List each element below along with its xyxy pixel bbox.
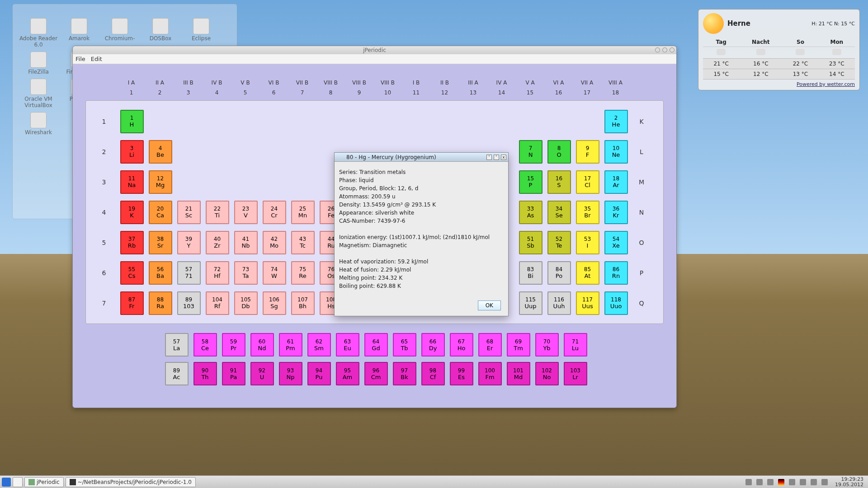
element-cell[interactable]: 105Db	[234, 291, 258, 315]
element-cell[interactable]: 117Uus	[576, 291, 599, 315]
element-cell[interactable]: 23V	[234, 201, 258, 224]
element-cell[interactable]: 56Ba	[149, 261, 172, 285]
element-cell[interactable]: 101Md	[507, 362, 530, 385]
menu-file[interactable]: File	[75, 56, 85, 62]
element-cell[interactable]: 74W	[263, 261, 286, 285]
element-cell[interactable]: 91Pa	[222, 362, 245, 385]
element-cell[interactable]: 55Cs	[120, 261, 144, 285]
element-cell[interactable]: 92U	[250, 362, 274, 385]
minimize-icon[interactable]	[655, 47, 660, 52]
close-icon[interactable]	[670, 47, 675, 52]
element-cell[interactable]: 59Pr	[222, 333, 245, 357]
tray-icon[interactable]	[767, 479, 774, 485]
element-cell[interactable]: 65Tb	[393, 333, 416, 357]
element-cell[interactable]: 52Te	[547, 231, 571, 254]
dialog-min-icon[interactable]: ˅	[486, 155, 492, 160]
element-cell[interactable]: 93Np	[279, 362, 302, 385]
element-cell[interactable]: 54Xe	[604, 231, 628, 254]
element-cell[interactable]: 71Lu	[564, 333, 587, 357]
element-cell[interactable]: 39Y	[177, 231, 201, 254]
element-cell[interactable]: 87Fr	[120, 291, 144, 315]
element-cell[interactable]: 115Uup	[519, 291, 542, 315]
element-cell[interactable]: 70Yb	[535, 333, 559, 357]
element-cell[interactable]: 12Mg	[149, 170, 172, 194]
element-cell[interactable]: 53I	[576, 231, 599, 254]
element-cell[interactable]: 11Na	[120, 170, 144, 194]
element-cell[interactable]: 107Bh	[291, 291, 315, 315]
element-cell[interactable]: 67Ho	[450, 333, 473, 357]
element-cell[interactable]: 104Rf	[206, 291, 229, 315]
element-cell[interactable]: 3Li	[120, 140, 144, 164]
menu-edit[interactable]: Edit	[91, 56, 102, 62]
element-cell[interactable]: 19K	[120, 201, 144, 224]
element-cell[interactable]: 83Bi	[519, 261, 542, 285]
element-cell[interactable]: 38Sr	[149, 231, 172, 254]
element-cell[interactable]: 40Zr	[206, 231, 229, 254]
element-cell[interactable]: 57La	[165, 333, 189, 357]
element-cell[interactable]: 96Cm	[364, 362, 388, 385]
element-cell[interactable]: 89Ac	[165, 362, 189, 385]
element-cell[interactable]: 106Sg	[263, 291, 286, 315]
dialog-max-icon[interactable]: ˄	[494, 155, 499, 160]
element-cell[interactable]: 43Tc	[291, 231, 315, 254]
element-cell[interactable]: 60Nd	[250, 333, 274, 357]
element-cell[interactable]: 22Ti	[206, 201, 229, 224]
element-cell[interactable]: 16S	[547, 170, 571, 194]
element-cell[interactable]: 51Sb	[519, 231, 542, 254]
element-cell[interactable]: 10Ne	[604, 140, 628, 164]
element-cell[interactable]: 37Rb	[120, 231, 144, 254]
tray-icon[interactable]	[821, 479, 828, 485]
element-cell[interactable]: 66Dy	[421, 333, 445, 357]
element-cell[interactable]: 5771	[177, 261, 201, 285]
tray-icon[interactable]	[745, 479, 752, 485]
element-cell[interactable]: 15P	[519, 170, 542, 194]
element-cell[interactable]: 94Pu	[307, 362, 331, 385]
element-cell[interactable]: 33As	[519, 201, 542, 224]
tray-flag-icon[interactable]	[778, 479, 784, 485]
element-cell[interactable]: 9F	[576, 140, 599, 164]
weather-powered-link[interactable]: Powered by wetter.com	[703, 81, 855, 87]
element-cell[interactable]: 72Hf	[206, 261, 229, 285]
element-cell[interactable]: 88Ra	[149, 291, 172, 315]
element-cell[interactable]: 1H	[120, 110, 144, 133]
taskbar-clock[interactable]: 19:29:23 19.05.2012	[835, 477, 863, 488]
element-cell[interactable]: 69Tm	[507, 333, 530, 357]
element-cell[interactable]: 102No	[535, 362, 559, 385]
tray-network-icon[interactable]	[800, 479, 806, 485]
element-cell[interactable]: 86Rn	[604, 261, 628, 285]
element-cell[interactable]: 68Er	[478, 333, 502, 357]
element-cell[interactable]: 20Ca	[149, 201, 172, 224]
element-cell[interactable]: 116Uuh	[547, 291, 571, 315]
maximize-icon[interactable]	[662, 47, 667, 52]
element-cell[interactable]: 4Be	[149, 140, 172, 164]
element-cell[interactable]: 58Ce	[193, 333, 217, 357]
show-desktop-button[interactable]	[13, 477, 23, 487]
element-cell[interactable]: 25Mn	[291, 201, 315, 224]
tray-icon[interactable]	[756, 479, 763, 485]
element-cell[interactable]: 41Nb	[234, 231, 258, 254]
element-cell[interactable]: 36Kr	[604, 201, 628, 224]
element-cell[interactable]: 100Fm	[478, 362, 502, 385]
element-cell[interactable]: 24Cr	[263, 201, 286, 224]
ok-button[interactable]: OK	[478, 300, 501, 310]
element-cell[interactable]: 73Ta	[234, 261, 258, 285]
taskbar-item-jperiodic[interactable]: jPeriodic	[24, 477, 64, 487]
element-cell[interactable]: 2He	[604, 110, 628, 133]
element-cell[interactable]: 118Uuo	[604, 291, 628, 315]
element-cell[interactable]: 97Bk	[393, 362, 416, 385]
element-cell[interactable]: 42Mo	[263, 231, 286, 254]
element-cell[interactable]: 34Se	[547, 201, 571, 224]
element-cell[interactable]: 85At	[576, 261, 599, 285]
dialog-titlebar[interactable]: 80 - Hg - Mercury (Hygrogenium) ˅ ˄ x	[335, 153, 508, 162]
element-cell[interactable]: 99Es	[450, 362, 473, 385]
element-cell[interactable]: 35Br	[576, 201, 599, 224]
element-cell[interactable]: 90Th	[193, 362, 217, 385]
element-cell[interactable]: 61Pm	[279, 333, 302, 357]
element-cell[interactable]: 84Po	[547, 261, 571, 285]
taskbar-item-terminal[interactable]: ~/NetBeansProjects/jPeriodic/jPeriodic-1…	[66, 477, 196, 487]
tray-volume-icon[interactable]	[789, 479, 795, 485]
element-cell[interactable]: 64Gd	[364, 333, 388, 357]
element-cell[interactable]: 18Ar	[604, 170, 628, 194]
tray-icon[interactable]	[811, 479, 817, 485]
kde-start-icon[interactable]	[2, 478, 11, 487]
